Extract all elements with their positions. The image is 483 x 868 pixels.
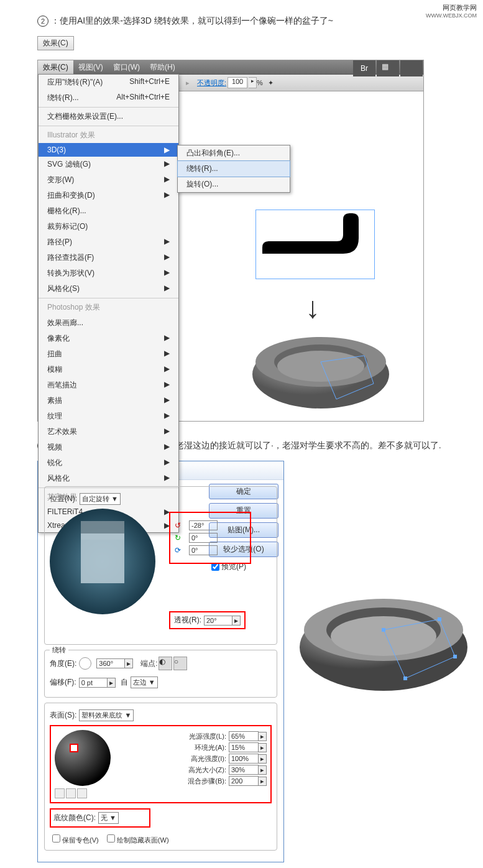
dd-distort-ps[interactable]: 扭曲▶ xyxy=(39,346,178,362)
dd-distort[interactable]: 扭曲和变换(D)▶ xyxy=(39,188,178,203)
arrow-down-icon: ↓ xyxy=(305,290,320,325)
y-angle-input[interactable]: 0° xyxy=(189,533,218,543)
dd-path[interactable]: 路径(P)▶ xyxy=(39,234,178,250)
dd-svg[interactable]: SVG 滤镜(G)▶ xyxy=(39,157,178,172)
ambient-label: 环境光(A): xyxy=(195,743,226,752)
opacity-input[interactable]: 100 xyxy=(228,77,247,88)
screenshot-1: 效果(C) 视图(V) 窗口(W) 帮助(H) Br ▦ ▸ 不透明度: 100… xyxy=(37,60,424,422)
light-back-icon[interactable] xyxy=(55,788,65,798)
wand-icon[interactable]: ✦ xyxy=(268,79,274,87)
step2-num: 2 xyxy=(37,16,48,27)
layout-icon[interactable]: ▦ xyxy=(377,60,399,76)
position-label: 位置(N): xyxy=(50,494,77,504)
opacity-stepper[interactable]: ▸ xyxy=(249,77,257,88)
light-delete-icon[interactable] xyxy=(77,788,87,798)
dd-warp[interactable]: 变形(W)▶ xyxy=(39,172,178,188)
bs-stepper[interactable]: ▸ xyxy=(259,777,267,786)
surface-label: 表面(S): xyxy=(50,710,76,721)
hs-stepper[interactable]: ▸ xyxy=(259,765,267,775)
dd-3d[interactable]: 3D(3)▶ xyxy=(39,143,178,157)
perspective-input[interactable]: 20° xyxy=(204,616,232,626)
dd-ps-header: Photoshop 效果 xyxy=(39,300,178,315)
dd-gallery[interactable]: 效果画廊... xyxy=(39,315,178,331)
li-stepper[interactable]: ▸ xyxy=(259,732,267,741)
dd-revolve[interactable]: 绕转(R)...Alt+Shift+Ctrl+E xyxy=(39,90,178,106)
br-icon[interactable]: Br xyxy=(353,60,375,76)
rotation-angles: ↺-28° ↻0° ⟳0° xyxy=(169,512,251,564)
surface-select[interactable]: 塑料效果底纹 ▼ xyxy=(79,709,134,721)
dd-stylize-ai[interactable]: 风格化(S)▶ xyxy=(39,281,178,297)
draw-hidden-checkbox[interactable] xyxy=(107,834,115,843)
svg-point-7 xyxy=(331,616,436,656)
position-select[interactable]: 自定旋转 ▼ xyxy=(80,493,121,505)
z-axis-icon: ⟳ xyxy=(173,545,183,555)
highlight-size-input[interactable]: 30% xyxy=(229,765,259,775)
shade-color-select[interactable]: 无 ▼ xyxy=(98,812,119,824)
dd-sharpen[interactable]: 锐化▶ xyxy=(39,455,178,471)
dd-video[interactable]: 视频▶ xyxy=(39,440,178,455)
sm-revolve[interactable]: 绕转(R)... xyxy=(177,160,290,177)
angle-input[interactable]: 360° xyxy=(96,658,125,668)
highlight-size-label: 高光大小(Z): xyxy=(188,765,226,775)
y-axis-icon: ↻ xyxy=(173,533,183,543)
light-intensity-input[interactable]: 65% xyxy=(229,731,259,741)
dd-rasterize[interactable]: 栅格化(R)... xyxy=(39,203,178,219)
dd-pathfinder[interactable]: 路径查找器(F)▶ xyxy=(39,250,178,265)
ambient-input[interactable]: 15% xyxy=(229,742,259,752)
sm-rotate[interactable]: 旋转(O)... xyxy=(178,177,290,192)
revolve-section-label: 绕转 xyxy=(50,645,68,655)
shade-color-label: 底纹颜色(C): xyxy=(53,813,96,823)
offset-input[interactable]: 0 pt xyxy=(79,678,108,688)
menu-window[interactable]: 窗口(W) xyxy=(108,60,145,74)
sm-extrude[interactable]: 凸出和斜角(E)... xyxy=(178,145,290,161)
menu-effect[interactable]: 效果(C) xyxy=(38,60,73,74)
from-select[interactable]: 左边 ▼ xyxy=(131,676,158,688)
hi-stepper[interactable]: ▸ xyxy=(259,754,267,764)
keep-spot-checkbox[interactable] xyxy=(52,834,60,843)
x-angle-input[interactable]: -28° xyxy=(189,520,218,530)
cap-label: 端点: xyxy=(140,658,157,669)
dd-convert[interactable]: 转换为形状(V)▶ xyxy=(39,265,178,281)
dd-ill-header: Illustrator 效果 xyxy=(39,127,178,143)
offset-label: 偏移(F): xyxy=(50,677,76,688)
dd-brush[interactable]: 画笔描边▶ xyxy=(39,377,178,393)
angle-dial[interactable] xyxy=(79,657,91,670)
highlight-intensity-input[interactable]: 100% xyxy=(229,754,259,764)
blend-steps-label: 混合步骤(B): xyxy=(188,777,226,786)
dd-blur[interactable]: 模糊▶ xyxy=(39,362,178,377)
amb-stepper[interactable]: ▸ xyxy=(259,743,267,752)
light-new-icon[interactable] xyxy=(66,788,76,798)
svg-rect-11 xyxy=(403,676,407,680)
dd-cropmarks[interactable]: 裁剪标记(O) xyxy=(39,219,178,234)
from-label: 自 xyxy=(121,677,128,688)
menu-view[interactable]: 视图(V) xyxy=(73,60,108,74)
step2-text: 2：使用AI里的效果-选择3D 绕转效果，就可以得到一个像碗一样的盆子了~ xyxy=(37,16,471,27)
svg-rect-8 xyxy=(382,628,385,632)
light-marker[interactable] xyxy=(70,744,78,752)
offset-stepper[interactable]: ▸ xyxy=(108,678,116,688)
cap-on-icon[interactable]: ◐ xyxy=(159,657,172,670)
dd-sketch[interactable]: 素描▶ xyxy=(39,393,178,409)
blend-steps-input[interactable]: 200 xyxy=(229,776,259,786)
effect-button[interactable]: 效果(C) xyxy=(37,36,74,50)
perspective-stepper[interactable]: ▸ xyxy=(232,616,241,626)
effect-dropdown: 应用"绕转(R)"(A)Shift+Ctrl+E 绕转(R)...Alt+Shi… xyxy=(38,74,179,533)
source-shape[interactable] xyxy=(255,210,375,279)
angle-stepper[interactable]: ▸ xyxy=(125,658,133,668)
result-bowl-2 xyxy=(297,585,471,697)
result-bowl-1 xyxy=(249,328,392,415)
dd-apply[interactable]: 应用"绕转(R)"(A)Shift+Ctrl+E xyxy=(39,75,178,90)
cap-off-icon[interactable]: ○ xyxy=(173,657,187,670)
keep-spot-label: 保留专色(V) xyxy=(62,836,99,844)
rotation-preview[interactable] xyxy=(50,509,155,614)
light-preview[interactable] xyxy=(55,730,111,786)
submenu-3d: 凸出和斜角(E)... 绕转(R)... 旋转(O)... xyxy=(177,145,290,193)
menu-help[interactable]: 帮助(H) xyxy=(145,60,180,74)
dd-pixelate[interactable]: 像素化▶ xyxy=(39,331,178,346)
dd-texture[interactable]: 纹理▶ xyxy=(39,409,178,424)
z-angle-input[interactable]: 0° xyxy=(189,545,218,555)
angle-label: 角度(E): xyxy=(50,658,76,669)
dd-docraster[interactable]: 文档栅格效果设置(E)... xyxy=(39,109,178,124)
search-icon[interactable] xyxy=(400,60,423,76)
dd-artistic[interactable]: 艺术效果▶ xyxy=(39,424,178,440)
